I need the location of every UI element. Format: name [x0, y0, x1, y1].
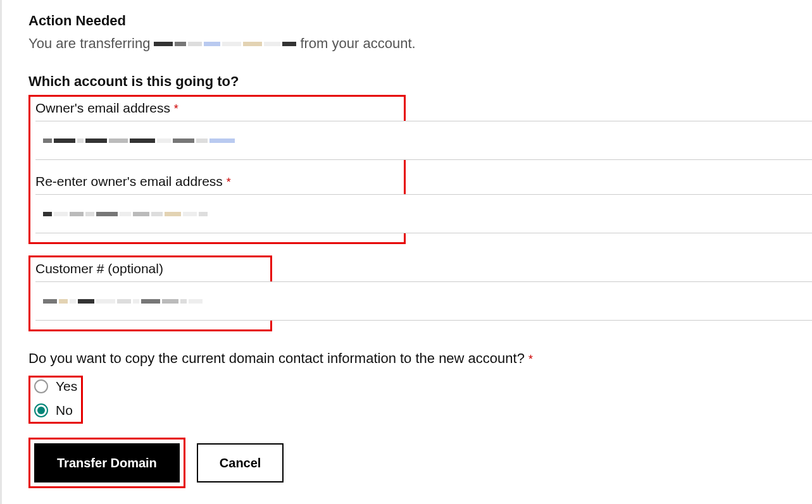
radio-label-yes: Yes [56, 379, 77, 394]
highlight-box-transfer: Transfer Domain [28, 438, 185, 488]
cancel-button[interactable]: Cancel [197, 443, 284, 482]
highlight-box-customer: Customer # (optional) [28, 255, 272, 331]
required-asterisk: * [174, 102, 178, 115]
reenter-email-input[interactable] [35, 194, 812, 233]
redacted-owner-email [43, 138, 235, 143]
subtext-suffix: from your account. [300, 35, 415, 52]
required-asterisk: * [528, 353, 533, 366]
highlight-box-radio: Yes No [28, 376, 83, 424]
transfer-domain-button[interactable]: Transfer Domain [34, 443, 180, 482]
radio-option-yes[interactable]: Yes [34, 379, 77, 394]
radio-label-no: No [56, 403, 73, 418]
radio-icon [34, 379, 48, 393]
required-asterisk: * [227, 176, 231, 188]
account-question: Which account is this going to? [28, 73, 812, 90]
redacted-reenter-email [43, 212, 208, 216]
redacted-domain [154, 42, 296, 46]
highlight-box-emails: Owner's email address * Re-enter owner's… [28, 95, 406, 244]
radio-option-no[interactable]: No [34, 403, 77, 418]
copy-contact-question: Do you want to copy the current domain c… [28, 350, 812, 367]
page-title: Action Needed [28, 13, 812, 29]
redacted-customer-number [43, 299, 203, 304]
subtext-prefix: You are transferring [28, 35, 150, 52]
customer-number-label: Customer # (optional) [35, 261, 265, 276]
radio-icon [34, 403, 48, 417]
customer-number-input[interactable] [35, 281, 812, 321]
reenter-email-label: Re-enter owner's email address * [35, 174, 399, 189]
button-row: Transfer Domain Cancel [28, 438, 812, 488]
owner-email-input[interactable] [35, 121, 812, 160]
owner-email-label: Owner's email address * [35, 101, 399, 116]
transfer-subtext: You are transferring from your account. [28, 35, 812, 52]
